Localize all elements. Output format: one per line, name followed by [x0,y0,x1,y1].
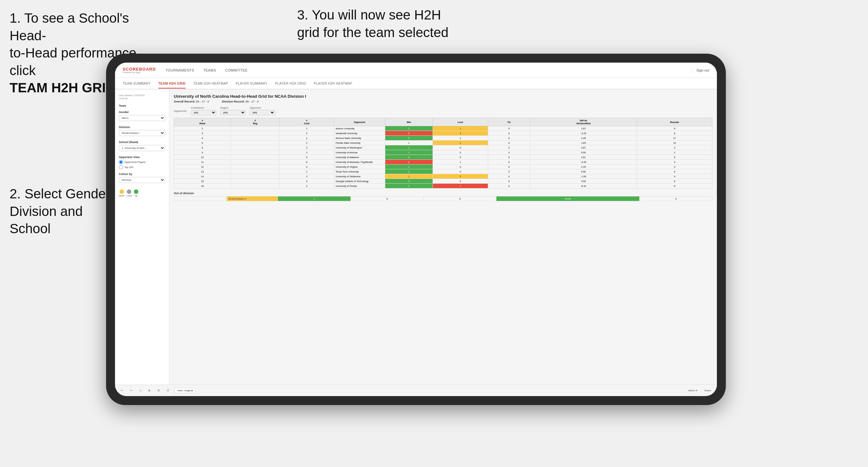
legend: Down Level Up [119,189,165,197]
legend-level-dot [127,189,131,194]
logo: SCOREBOARD Powered by clippi [123,67,156,73]
legend-level: Level [126,189,132,197]
table-row: 14 2 University of Oklahoma 1 2 0 -1.00 … [174,174,712,179]
radio-top-100[interactable]: Top 100 [119,165,165,169]
nav-items: TOURNAMENTS TEAMS COMMITTEE [165,67,692,73]
sign-out-button[interactable]: Sign out [692,68,709,72]
records-row: Overall Record: 89 - 17 - 0 Division Rec… [174,100,712,103]
legend-down: Down [119,189,125,197]
toolbar-share[interactable]: Share [703,388,713,393]
out-of-division-table: NCAA Division II 1 0 0 26.00 3 [174,196,712,201]
radio-opponents-played[interactable]: Opponents Played [119,160,165,164]
legend-down-dot [120,189,124,194]
tab-team-h2h-grid[interactable]: TEAM H2H GRID [158,79,186,89]
col-diff: Diff AvStrokes/Rnd [530,118,637,126]
nav-committee[interactable]: COMMITTEE [225,67,248,73]
main-content: Last Updated: 27/03/2024 16:55:38 Team G… [115,89,717,384]
tab-player-summary[interactable]: PLAYER SUMMARY [236,79,268,88]
sub-nav: TEAM SUMMARY TEAM H2H GRID TEAM H2H HEAT… [115,78,717,89]
tab-team-summary[interactable]: TEAM SUMMARY [123,79,151,88]
col-loss: Loss [433,118,488,126]
nav-tournaments[interactable]: TOURNAMENTS [165,67,194,73]
table-row: 6 2 Florida State University 1 2 0 1.83 … [174,141,712,145]
toolbar-clock[interactable]: ⏱ [165,388,171,393]
col-win: Win [385,118,433,126]
table-row: 15 4 Georgia Institute of Technology 5 0… [174,179,712,184]
tablet-screen: SCOREBOARD Powered by clippi TOURNAMENTS… [115,63,717,396]
h2h-table: #Rank #Reg #Conf Opponent Win Loss Tie D… [174,118,712,188]
toolbar-copy[interactable]: ⊞ [146,388,152,393]
colour-by-label: Colour by [119,173,165,176]
table-row: 2 1 Auburn University 2 1 0 1.67 9 [174,126,712,131]
tab-team-h2h-heatmap[interactable]: TEAM H2H HEATMAP [193,79,228,88]
col-opponent: Opponent [334,118,385,126]
toolbar-paste[interactable]: ⊟ [156,388,162,393]
table-row: 11 6 University of Arkansas, Fayettevill… [174,160,712,164]
sidebar-division-label: Division [119,126,165,129]
table-row: 9 3 University of Arizona 1 0 0 9.00 2 [174,150,712,155]
grid-title: University of North Carolina Head-to-Hea… [174,94,712,99]
table-row: 8 2 University of Washington 1 0 0 3.67 … [174,145,712,150]
col-conf: #Conf [280,118,334,126]
sidebar-team-label: Team [119,104,165,107]
col-tie: Tie [488,118,530,126]
tab-player-h2h-heatmap[interactable]: PLAYER H2H HEATMAP [314,79,352,88]
toolbar-redo[interactable]: ↪ [128,388,134,393]
table-row: 3 2 Vanderbilt University 0 4 0 -2.29 8 [174,131,712,136]
tablet-frame: SCOREBOARD Powered by clippi TOURNAMENTS… [106,54,726,405]
out-of-division-row: NCAA Division II 1 0 0 26.00 3 [174,196,712,201]
sidebar-timestamp: Last Updated: 27/03/2024 16:55:38 [119,94,165,100]
sidebar-gender-label: Gender [119,111,165,114]
region-select[interactable]: (All) [220,110,246,115]
table-row: 10 5 University of Alabama 3 0 0 2.61 8 [174,155,712,160]
opponent-filter: Opponent (All) [249,106,275,115]
filter-row: Opponents: Conference (All) Region (All) [174,106,712,115]
col-reg: #Reg [231,118,280,126]
toolbar-undo[interactable]: ↩ [119,388,125,393]
col-rank: #Rank [174,118,231,126]
bottom-toolbar: ↩ ↪ ◁ ⊞ ⊟ ⏱ View: Original Watch ▾ Share [115,384,717,396]
conference-filter: Conference (All) [191,106,216,115]
toolbar-view[interactable]: View: Original [175,388,196,393]
conference-select[interactable]: (All) [191,110,216,115]
table-row: 12 3 University of Virginia 1 0 0 2.33 3 [174,164,712,169]
grid-area: University of North Carolina Head-to-Hea… [169,89,717,384]
toolbar-watch[interactable]: Watch ▾ [686,388,699,393]
colour-by-select[interactable]: Win/loss [119,177,165,183]
toolbar-back[interactable]: ◁ [137,388,143,393]
out-of-division-label: Out of division [174,192,712,195]
nav-teams[interactable]: TEAMS [203,67,216,73]
table-row: 13 1 Texas Tech University 3 0 0 5.56 9 [174,169,712,174]
table-row: 16 3 University of Florida 3 1 0 -6.42 9 [174,184,712,188]
sidebar: Last Updated: 27/03/2024 16:55:38 Team G… [115,89,169,384]
opponent-select[interactable]: (All) [249,110,275,115]
col-rounds: Rounds [637,118,712,126]
gender-select[interactable]: Men's [119,115,165,121]
division-select[interactable]: NCAA Division I [119,130,165,136]
school-select[interactable]: 1. University of Nort... [119,145,165,151]
legend-up-dot [134,189,138,194]
nav-bar: SCOREBOARD Powered by clippi TOURNAMENTS… [115,63,717,78]
tab-player-h2h-grid[interactable]: PLAYER H2H GRID [275,79,306,88]
table-row: 4 1 Arizona State University 5 1 0 2.29 … [174,136,712,141]
sidebar-school-label: School (Rank) [119,141,165,144]
legend-up: Up [134,189,138,197]
region-filter: Region (All) [220,106,246,115]
opponent-view-label: Opponent View [119,156,165,159]
annotation-3: 3. You will now see H2H grid for the tea… [297,6,476,41]
